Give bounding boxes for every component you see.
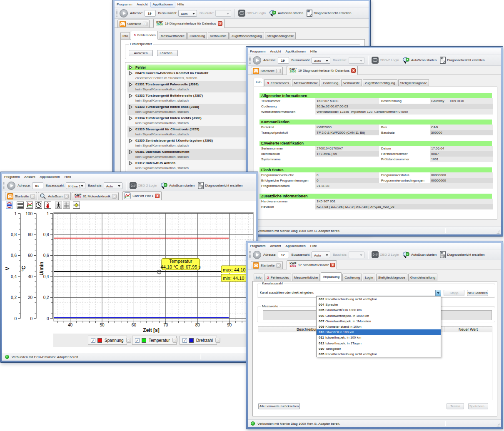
svg-text:0,2: 0,2	[11, 295, 17, 300]
svg-text:OBD: OBD	[308, 11, 311, 12]
svg-text:60: 60	[28, 253, 33, 258]
svg-text:1: 1	[14, 212, 17, 216]
svg-text:0,6: 0,6	[43, 253, 49, 258]
svg-text:Temperatur: Temperatur	[169, 259, 192, 264]
svg-text:0,2: 0,2	[43, 295, 49, 300]
svg-text:90: 90	[227, 323, 232, 327]
svg-text:°C: °C	[21, 266, 27, 272]
svg-text:0,6: 0,6	[11, 253, 17, 258]
svg-text:0,4: 0,4	[11, 274, 17, 279]
svg-text:0,8: 0,8	[43, 232, 49, 237]
svg-text:1: 1	[47, 212, 49, 216]
svg-text:44.10 °C @ 67.95 s: 44.10 °C @ 67.95 s	[161, 264, 201, 269]
svg-text:0,8: 0,8	[11, 232, 17, 237]
svg-text:50: 50	[100, 323, 105, 327]
svg-text:0: 0	[30, 316, 32, 321]
svg-text:Zeit [s]: Zeit [s]	[143, 327, 159, 333]
svg-text:80: 80	[195, 323, 200, 327]
svg-text:40: 40	[28, 274, 33, 279]
svg-text:70: 70	[163, 323, 168, 327]
svg-text:U/min: U/min	[39, 262, 45, 275]
svg-text:60: 60	[132, 323, 137, 327]
svg-text:OBD: OBD	[199, 183, 202, 185]
svg-text:OBD: OBD	[441, 58, 444, 60]
svg-text:OBD: OBD	[441, 252, 444, 254]
svg-text:20: 20	[28, 295, 33, 300]
svg-text:40: 40	[68, 323, 73, 327]
svg-text:100: 100	[25, 212, 32, 216]
svg-text:V: V	[5, 267, 10, 270]
svg-text:80: 80	[28, 232, 33, 237]
svg-text:0: 0	[14, 316, 17, 321]
svg-text:0: 0	[47, 316, 49, 321]
